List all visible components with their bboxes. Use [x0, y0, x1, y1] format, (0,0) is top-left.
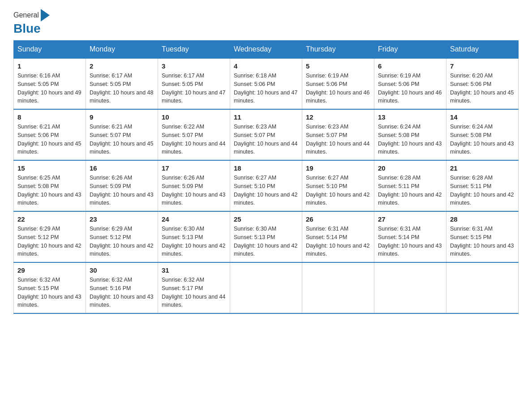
day-cell: 20 Sunrise: 6:28 AMSunset: 5:11 PMDaylig…	[374, 160, 446, 211]
day-info: Sunrise: 6:20 AMSunset: 5:06 PMDaylight:…	[450, 72, 515, 105]
day-number: 3	[162, 62, 226, 70]
day-cell: 9 Sunrise: 6:21 AMSunset: 5:07 PMDayligh…	[86, 109, 158, 160]
day-cell: 4 Sunrise: 6:18 AMSunset: 5:06 PMDayligh…	[230, 58, 302, 109]
day-info: Sunrise: 6:18 AMSunset: 5:06 PMDaylight:…	[234, 72, 298, 105]
day-number: 1	[17, 62, 82, 70]
weekday-header-tuesday: Tuesday	[158, 41, 230, 59]
day-info: Sunrise: 6:22 AMSunset: 5:07 PMDaylight:…	[162, 123, 226, 156]
day-number: 16	[90, 164, 154, 172]
day-cell: 7 Sunrise: 6:20 AMSunset: 5:06 PMDayligh…	[446, 58, 519, 109]
day-info: Sunrise: 6:28 AMSunset: 5:11 PMDaylight:…	[378, 174, 442, 207]
day-cell: 22 Sunrise: 6:29 AMSunset: 5:12 PMDaylig…	[14, 211, 86, 262]
day-number: 24	[162, 215, 226, 223]
day-number: 22	[17, 215, 82, 223]
day-info: Sunrise: 6:30 AMSunset: 5:13 PMDaylight:…	[162, 225, 226, 258]
day-info: Sunrise: 6:23 AMSunset: 5:07 PMDaylight:…	[234, 123, 298, 156]
day-info: Sunrise: 6:17 AMSunset: 5:05 PMDaylight:…	[162, 72, 226, 105]
day-info: Sunrise: 6:26 AMSunset: 5:09 PMDaylight:…	[162, 174, 226, 207]
day-cell: 31 Sunrise: 6:32 AMSunset: 5:17 PMDaylig…	[158, 262, 230, 313]
day-cell: 17 Sunrise: 6:26 AMSunset: 5:09 PMDaylig…	[158, 160, 230, 211]
day-info: Sunrise: 6:32 AMSunset: 5:15 PMDaylight:…	[17, 276, 82, 309]
day-info: Sunrise: 6:19 AMSunset: 5:06 PMDaylight:…	[378, 72, 442, 105]
week-row-3: 15 Sunrise: 6:25 AMSunset: 5:08 PMDaylig…	[14, 160, 519, 211]
day-cell: 14 Sunrise: 6:24 AMSunset: 5:08 PMDaylig…	[446, 109, 519, 160]
day-number: 6	[378, 62, 442, 70]
day-number: 9	[90, 113, 154, 121]
day-number: 25	[234, 215, 298, 223]
week-row-1: 1 Sunrise: 6:16 AMSunset: 5:05 PMDayligh…	[14, 58, 519, 109]
day-cell: 21 Sunrise: 6:28 AMSunset: 5:11 PMDaylig…	[446, 160, 519, 211]
day-number: 15	[17, 164, 82, 172]
day-number: 4	[234, 62, 298, 70]
day-number: 19	[306, 164, 370, 172]
day-info: Sunrise: 6:21 AMSunset: 5:07 PMDaylight:…	[90, 123, 154, 156]
day-cell: 27 Sunrise: 6:31 AMSunset: 5:14 PMDaylig…	[374, 211, 446, 262]
day-cell	[374, 262, 446, 313]
day-number: 10	[162, 113, 226, 121]
weekday-header-wednesday: Wednesday	[230, 41, 302, 59]
day-number: 17	[162, 164, 226, 172]
day-info: Sunrise: 6:29 AMSunset: 5:12 PMDaylight:…	[90, 225, 154, 258]
day-cell: 6 Sunrise: 6:19 AMSunset: 5:06 PMDayligh…	[374, 58, 446, 109]
logo-general-text: General	[13, 11, 39, 19]
day-info: Sunrise: 6:29 AMSunset: 5:12 PMDaylight:…	[17, 225, 82, 258]
day-number: 30	[90, 266, 154, 274]
week-row-4: 22 Sunrise: 6:29 AMSunset: 5:12 PMDaylig…	[14, 211, 519, 262]
day-info: Sunrise: 6:25 AMSunset: 5:08 PMDaylight:…	[17, 174, 82, 207]
day-info: Sunrise: 6:26 AMSunset: 5:09 PMDaylight:…	[90, 174, 154, 207]
day-number: 13	[378, 113, 442, 121]
day-cell: 24 Sunrise: 6:30 AMSunset: 5:13 PMDaylig…	[158, 211, 230, 262]
day-cell: 26 Sunrise: 6:31 AMSunset: 5:14 PMDaylig…	[302, 211, 374, 262]
page-header: General Blue	[13, 9, 519, 36]
day-info: Sunrise: 6:27 AMSunset: 5:10 PMDaylight:…	[234, 174, 298, 207]
weekday-header-monday: Monday	[86, 41, 158, 59]
day-number: 27	[378, 215, 442, 223]
day-number: 20	[378, 164, 442, 172]
day-info: Sunrise: 6:31 AMSunset: 5:14 PMDaylight:…	[306, 225, 370, 258]
day-number: 18	[234, 164, 298, 172]
logo-arrow-icon	[41, 9, 50, 21]
day-number: 14	[450, 113, 515, 121]
day-cell: 2 Sunrise: 6:17 AMSunset: 5:05 PMDayligh…	[86, 58, 158, 109]
day-cell: 30 Sunrise: 6:32 AMSunset: 5:16 PMDaylig…	[86, 262, 158, 313]
day-cell: 15 Sunrise: 6:25 AMSunset: 5:08 PMDaylig…	[14, 160, 86, 211]
day-cell: 12 Sunrise: 6:23 AMSunset: 5:07 PMDaylig…	[302, 109, 374, 160]
week-row-2: 8 Sunrise: 6:21 AMSunset: 5:06 PMDayligh…	[14, 109, 519, 160]
day-info: Sunrise: 6:17 AMSunset: 5:05 PMDaylight:…	[90, 72, 154, 105]
weekday-header-sunday: Sunday	[14, 41, 86, 59]
day-number: 31	[162, 266, 226, 274]
day-info: Sunrise: 6:31 AMSunset: 5:14 PMDaylight:…	[378, 225, 442, 258]
day-number: 23	[90, 215, 154, 223]
weekday-header-row: SundayMondayTuesdayWednesdayThursdayFrid…	[14, 41, 519, 59]
day-info: Sunrise: 6:23 AMSunset: 5:07 PMDaylight:…	[306, 123, 370, 156]
day-cell: 3 Sunrise: 6:17 AMSunset: 5:05 PMDayligh…	[158, 58, 230, 109]
day-cell: 10 Sunrise: 6:22 AMSunset: 5:07 PMDaylig…	[158, 109, 230, 160]
logo-blue-text: Blue	[13, 21, 41, 36]
week-row-5: 29 Sunrise: 6:32 AMSunset: 5:15 PMDaylig…	[14, 262, 519, 313]
day-info: Sunrise: 6:31 AMSunset: 5:15 PMDaylight:…	[450, 225, 515, 258]
day-number: 11	[234, 113, 298, 121]
day-info: Sunrise: 6:16 AMSunset: 5:05 PMDaylight:…	[17, 72, 82, 105]
day-cell: 1 Sunrise: 6:16 AMSunset: 5:05 PMDayligh…	[14, 58, 86, 109]
day-number: 7	[450, 62, 515, 70]
day-cell: 25 Sunrise: 6:30 AMSunset: 5:13 PMDaylig…	[230, 211, 302, 262]
weekday-header-friday: Friday	[374, 41, 446, 59]
day-info: Sunrise: 6:32 AMSunset: 5:17 PMDaylight:…	[162, 276, 226, 309]
day-cell: 5 Sunrise: 6:19 AMSunset: 5:06 PMDayligh…	[302, 58, 374, 109]
day-cell: 16 Sunrise: 6:26 AMSunset: 5:09 PMDaylig…	[86, 160, 158, 211]
day-number: 26	[306, 215, 370, 223]
day-cell: 28 Sunrise: 6:31 AMSunset: 5:15 PMDaylig…	[446, 211, 519, 262]
day-info: Sunrise: 6:19 AMSunset: 5:06 PMDaylight:…	[306, 72, 370, 105]
day-number: 12	[306, 113, 370, 121]
day-info: Sunrise: 6:24 AMSunset: 5:08 PMDaylight:…	[378, 123, 442, 156]
day-cell: 29 Sunrise: 6:32 AMSunset: 5:15 PMDaylig…	[14, 262, 86, 313]
day-info: Sunrise: 6:30 AMSunset: 5:13 PMDaylight:…	[234, 225, 298, 258]
logo: General Blue	[13, 9, 51, 36]
weekday-header-thursday: Thursday	[302, 41, 374, 59]
day-cell: 23 Sunrise: 6:29 AMSunset: 5:12 PMDaylig…	[86, 211, 158, 262]
day-cell: 18 Sunrise: 6:27 AMSunset: 5:10 PMDaylig…	[230, 160, 302, 211]
day-cell	[302, 262, 374, 313]
day-number: 21	[450, 164, 515, 172]
day-cell: 19 Sunrise: 6:27 AMSunset: 5:10 PMDaylig…	[302, 160, 374, 211]
day-cell: 13 Sunrise: 6:24 AMSunset: 5:08 PMDaylig…	[374, 109, 446, 160]
